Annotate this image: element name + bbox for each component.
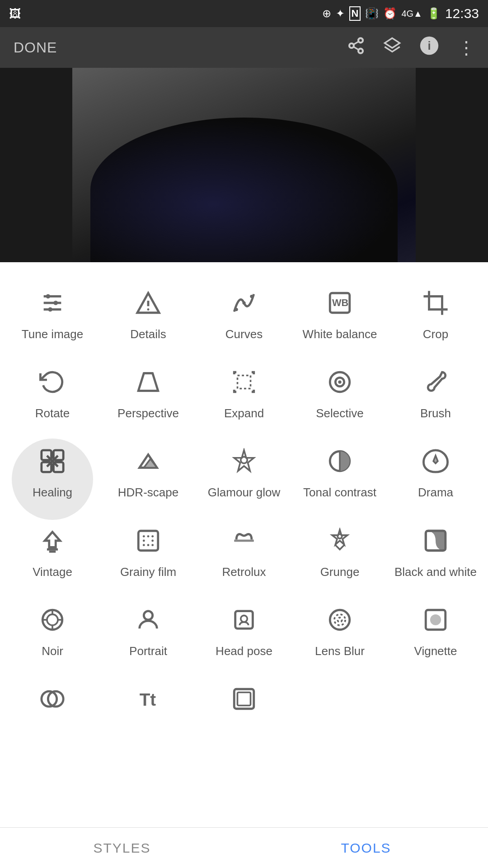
brush-icon [418,364,454,400]
tool-black-and-white[interactable]: Black and white [388,514,483,593]
rotate-icon [34,364,70,400]
tool-perspective[interactable]: Perspective [100,355,196,434]
tool-glamour-glow[interactable]: Glamour glow [196,434,292,513]
svg-point-53 [338,534,342,538]
tool-double-exposure[interactable] [5,672,100,737]
vignette-label: Vignette [414,644,457,658]
tool-lens-blur[interactable]: Lens Blur [292,593,388,672]
tool-details[interactable]: Details [100,276,196,355]
tool-frame[interactable] [196,672,292,737]
svg-line-3 [353,47,358,50]
head-pose-label: Head pose [216,644,272,658]
tool-tonal-contrast[interactable]: Tonal contrast [292,434,388,513]
tool-crop[interactable]: Crop [388,276,483,355]
tool-white-balance[interactable]: WB White balance [292,276,388,355]
expand-label: Expand [224,406,264,420]
tonal-icon [322,443,358,479]
svg-point-62 [144,611,152,619]
tool-noir[interactable]: Noir [5,593,100,672]
svg-point-67 [338,618,342,622]
vintage-label: Vintage [33,565,72,579]
svg-point-11 [46,294,51,299]
tool-drama[interactable]: Drama [388,434,483,513]
selective-icon [322,364,358,400]
toolbar-icons: i ⋮ [347,36,474,59]
white-balance-icon: WB [322,285,358,321]
clock: 12:33 [445,6,479,21]
tool-grainy-film[interactable]: Grainy film [100,514,196,593]
svg-point-47 [143,539,145,542]
done-button[interactable]: DONE [14,39,57,56]
tool-vintage[interactable]: Vintage [5,514,100,593]
tools-section: Tune image Details Curves [0,262,488,737]
black-and-white-label: Black and white [394,565,477,579]
portrait-label: Portrait [129,644,167,658]
drama-label: Drama [418,486,453,500]
svg-point-16 [147,308,150,311]
status-bar: 🖼 ⊕ ✦ N 📳 ⏰ 4G▲ 🔋 12:33 [0,0,488,27]
tool-vignette[interactable]: Vignette [388,593,483,672]
bw-icon [418,523,454,559]
alarm-icon: ⏰ [383,7,397,20]
perspective-icon [130,364,166,400]
bottom-tab-bar: STYLES TOOLS [0,827,488,868]
frame-icon [226,681,262,717]
tool-head-pose[interactable]: Head pose [196,593,292,672]
tool-selective[interactable]: Selective [292,355,388,434]
info-icon[interactable]: i [419,36,439,59]
healing-label: Healing [33,486,72,500]
tool-text[interactable]: Tt [100,672,196,737]
tune-icon [34,285,70,321]
preview-canvas [72,68,416,262]
glamour-glow-label: Glamour glow [208,486,280,500]
more-vert-icon[interactable]: ⋮ [457,37,474,58]
tools-grid: Tune image Details Curves [0,276,488,737]
glamour-icon [226,443,262,479]
noir-icon [34,602,70,638]
tool-brush[interactable]: Brush [388,355,483,434]
portrait-icon [130,602,166,638]
layers-icon[interactable] [383,37,401,58]
expand-icon [226,364,262,400]
tool-hdr-scape[interactable]: HDR-scape [100,434,196,513]
svg-point-18 [242,301,245,304]
svg-rect-63 [235,611,253,628]
add-icon: ⊕ [322,7,331,20]
healing-icon [34,443,70,479]
retrolux-icon [226,523,262,559]
details-icon [130,285,166,321]
tool-retrolux[interactable]: Retrolux [196,514,292,593]
photo-icon: 🖼 [9,7,21,21]
text-icon: Tt [130,681,166,717]
tool-rotate[interactable]: Rotate [5,355,100,434]
perspective-label: Perspective [117,406,179,420]
tool-tune-image[interactable]: Tune image [5,276,100,355]
double-exposure-icon [34,681,70,717]
hdr-icon [130,443,166,479]
tool-portrait[interactable]: Portrait [100,593,196,672]
tab-tools[interactable]: TOOLS [244,840,488,856]
tool-curves[interactable]: Curves [196,276,292,355]
tune-image-label: Tune image [22,327,83,341]
curves-icon [226,285,262,321]
svg-point-45 [147,535,150,537]
svg-point-57 [47,614,58,625]
share-icon[interactable] [347,37,365,58]
tool-healing[interactable]: Healing [5,434,100,513]
svg-rect-52 [234,539,254,542]
svg-point-49 [143,544,145,546]
brush-label: Brush [420,406,451,420]
svg-point-19 [250,295,253,298]
rotate-label: Rotate [35,406,70,420]
top-toolbar: DONE i ⋮ [0,27,488,68]
grunge-label: Grunge [320,565,360,579]
tool-grunge[interactable]: Grunge [292,514,388,593]
svg-marker-22 [138,373,158,391]
svg-rect-43 [138,531,158,551]
tab-styles[interactable]: STYLES [0,840,244,856]
svg-text:Tt: Tt [140,689,156,709]
curves-label: Curves [225,327,263,341]
vignette-icon [418,602,454,638]
svg-marker-5 [385,38,399,48]
tool-expand[interactable]: Expand [196,355,292,434]
